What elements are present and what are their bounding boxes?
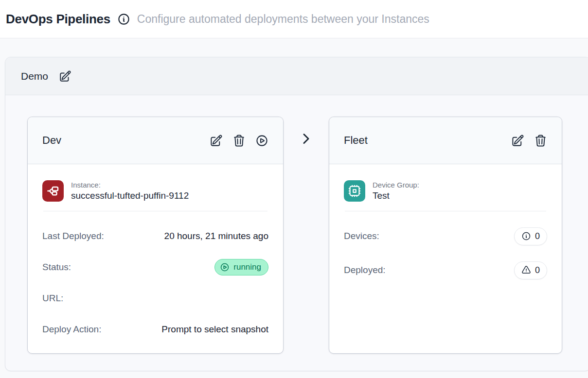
status-badge: running (214, 259, 268, 275)
divider (43, 211, 267, 211)
pipeline-panel: Demo Dev (5, 57, 588, 371)
play-circle-icon (220, 262, 230, 272)
row-label: Deploy Action: (42, 324, 101, 335)
fleet-card-title: Fleet (344, 134, 368, 147)
device-group-name: Test (373, 190, 390, 201)
deployed-row: Deployed: 0 (344, 261, 547, 279)
warning-triangle-icon (521, 265, 531, 275)
dev-stage-card: Dev (27, 117, 284, 354)
play-circle-icon (255, 134, 268, 147)
row-label: Status: (42, 262, 71, 273)
content-area: Demo Dev (0, 38, 588, 378)
deploy-action-value: Prompt to select snapshot (161, 324, 268, 335)
fleet-stage-card: Fleet (329, 117, 562, 354)
page-title: DevOps Pipelines (6, 12, 110, 27)
devices-count: 0 (535, 231, 540, 241)
status-row: Status: running (42, 258, 268, 276)
last-deployed-row: Last Deployed: 20 hours, 21 minutes ago (42, 227, 268, 245)
run-stage-button[interactable] (255, 134, 268, 147)
devices-count-badge[interactable]: 0 (514, 227, 547, 245)
fleet-card-body: Device Group: Test Devices: 0 (329, 164, 562, 279)
pencil-square-icon (511, 134, 524, 147)
instance-name: successful-tufted-puffin-9112 (71, 190, 189, 201)
dev-card-title: Dev (42, 134, 61, 147)
fleet-card-header: Fleet (329, 117, 562, 164)
status-text: running (233, 262, 261, 272)
divider (345, 211, 546, 211)
edit-pipeline-button[interactable] (59, 70, 71, 83)
last-deployed-value: 20 hours, 21 minutes ago (164, 231, 268, 241)
delete-stage-button[interactable] (534, 134, 547, 147)
page-subtitle: Configure automated deployments between … (137, 13, 429, 26)
chevron-right-icon (299, 132, 313, 146)
url-row: URL: (42, 290, 268, 307)
row-label: URL: (42, 293, 63, 304)
edit-stage-button[interactable] (511, 134, 524, 147)
pipeline-name: Demo (21, 70, 48, 82)
pipeline-connector (284, 117, 329, 146)
instance-label: Instance: (71, 181, 189, 189)
dev-card-actions (210, 134, 268, 147)
fleet-card-actions (511, 134, 547, 147)
row-label: Deployed: (344, 265, 386, 275)
row-label: Last Deployed: (42, 231, 104, 241)
delete-stage-button[interactable] (232, 134, 246, 147)
row-label: Devices: (344, 231, 379, 241)
trash-icon (534, 134, 547, 147)
devices-row: Devices: 0 (344, 227, 547, 245)
device-group-row: Device Group: Test (344, 180, 547, 202)
dev-card-header: Dev (28, 117, 283, 164)
deploy-action-row: Deploy Action: Prompt to select snapshot (42, 321, 268, 338)
trash-icon (232, 134, 246, 147)
pencil-square-icon (210, 134, 223, 147)
info-circle-icon (521, 231, 531, 241)
pipeline-stages: Dev (5, 95, 588, 354)
deployed-count-badge[interactable]: 0 (514, 261, 547, 279)
info-icon[interactable] (117, 13, 130, 26)
deployed-count: 0 (535, 265, 540, 275)
instance-row: Instance: successful-tufted-puffin-9112 (42, 180, 268, 202)
edit-stage-button[interactable] (210, 134, 223, 147)
device-group-label: Device Group: (373, 181, 419, 189)
pencil-square-icon (59, 70, 71, 83)
page-header: DevOps Pipelines Configure automated dep… (0, 0, 588, 38)
device-group-chip-icon (344, 180, 365, 202)
dev-card-body: Instance: successful-tufted-puffin-9112 … (28, 164, 283, 338)
instance-icon (42, 180, 64, 202)
pipeline-header: Demo (5, 57, 588, 95)
